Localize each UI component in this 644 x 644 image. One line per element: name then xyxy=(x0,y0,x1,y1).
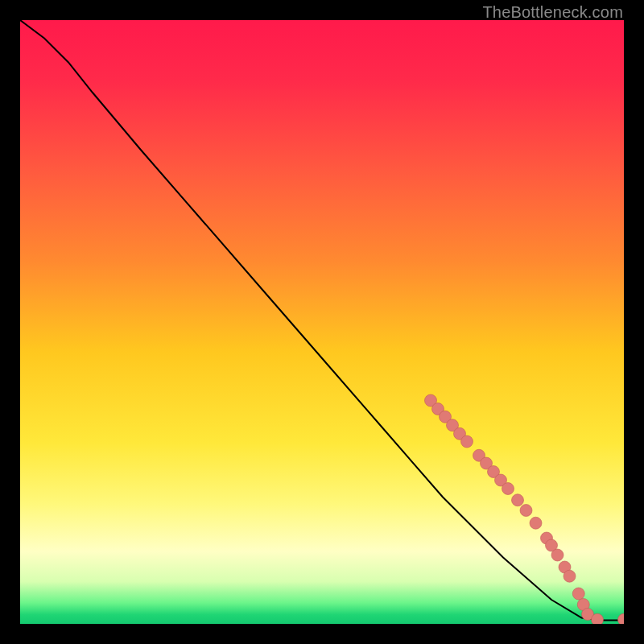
chart-dot xyxy=(461,436,473,448)
chart-dot xyxy=(564,570,576,582)
chart-dot xyxy=(512,494,524,506)
chart-dot xyxy=(530,517,542,529)
chart-plot xyxy=(20,20,624,624)
chart-background xyxy=(20,20,624,624)
attribution-label: TheBottleneck.com xyxy=(482,3,623,22)
chart-dot xyxy=(520,505,532,517)
chart-svg xyxy=(20,20,624,624)
chart-dot xyxy=(572,588,584,600)
chart-dot xyxy=(551,549,564,561)
chart-frame: TheBottleneck.com xyxy=(0,0,644,644)
chart-dot xyxy=(592,613,604,624)
chart-dot xyxy=(502,483,514,495)
